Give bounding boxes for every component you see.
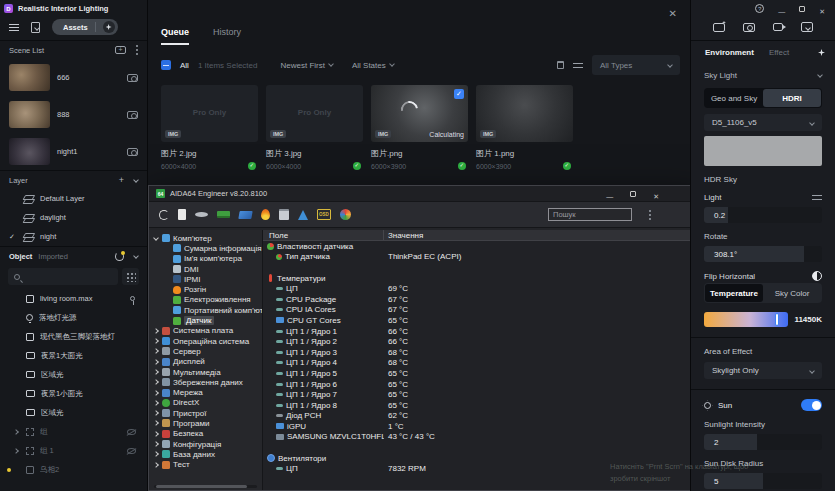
tab-queue[interactable]: Queue <box>161 27 189 45</box>
rotate-input[interactable]: 308.1° <box>704 246 822 262</box>
object-item[interactable]: 现代黑色三脚架落地灯 <box>0 327 147 346</box>
sensor-row[interactable]: iGPU 1 °C <box>263 421 703 432</box>
burn-in-icon[interactable] <box>261 209 270 220</box>
aida-tree-item[interactable]: Дисплей <box>149 357 262 367</box>
aida-menu-icon[interactable] <box>649 214 651 216</box>
sensor-row[interactable]: ЦП 1 / Ядро 5 65 °C <box>263 368 703 379</box>
collapse-object-icon[interactable] <box>133 253 139 259</box>
aida-tree-item[interactable]: Розгін <box>149 284 262 294</box>
render-queue-icon[interactable] <box>801 22 813 32</box>
pin-icon[interactable] <box>130 296 135 301</box>
tree-caret-icon[interactable] <box>153 410 159 416</box>
light-settings-icon[interactable] <box>812 194 822 201</box>
maximize-icon[interactable] <box>799 6 805 12</box>
column-field[interactable]: Поле <box>263 230 384 240</box>
sensor-icon[interactable] <box>340 209 351 220</box>
render-image-icon[interactable] <box>713 23 725 32</box>
filter-all-label[interactable]: All <box>180 61 189 70</box>
scene-thumbnail[interactable] <box>9 101 50 128</box>
benchmark-icon[interactable] <box>279 209 289 220</box>
object-search-input[interactable] <box>8 268 118 285</box>
visibility-off-icon[interactable] <box>127 448 136 454</box>
sensor-row[interactable]: Тип датчика ThinkPad EC (ACPI) <box>263 252 703 263</box>
sunlight-intensity-input[interactable]: 2 <box>704 434 822 450</box>
report-icon[interactable] <box>178 209 186 220</box>
storage-icon[interactable] <box>195 212 208 217</box>
aida-tree-item[interactable]: Комп'ютер <box>149 233 262 243</box>
aida-tree-item[interactable]: Тест <box>149 460 262 470</box>
scene-thumbnail[interactable] <box>9 138 50 165</box>
diagnostics-icon[interactable] <box>298 210 308 220</box>
render-card[interactable]: IMG Calculating 图片.png 6000×3900 <box>371 85 468 170</box>
close-icon[interactable]: ✕ <box>669 9 677 19</box>
osd-icon[interactable]: OSD <box>317 209 331 220</box>
sensor-row[interactable]: Діод PCH 62 °C <box>263 411 703 422</box>
geo-and-sky-option[interactable]: Geo and Sky <box>705 89 763 107</box>
scene-menu-icon[interactable] <box>136 49 138 51</box>
tree-caret-icon[interactable] <box>153 421 159 427</box>
tree-caret-icon[interactable] <box>153 338 159 344</box>
sensor-row[interactable]: ЦП 1 / Ядро 7 65 °C <box>263 389 703 400</box>
aida-tree-item[interactable]: Безпека <box>149 429 262 439</box>
camera-icon[interactable] <box>127 74 138 82</box>
card-preview[interactable]: IMG <box>476 85 573 142</box>
aida-search-input[interactable] <box>548 208 632 221</box>
sensor-row[interactable]: ЦП 1 / Ядро 6 65 °C <box>263 379 703 390</box>
menu-icon[interactable] <box>9 24 19 31</box>
card-preview[interactable]: Pro Only IMG <box>161 85 258 142</box>
temperature-slider[interactable] <box>704 312 788 327</box>
tree-caret-icon[interactable] <box>153 390 159 396</box>
sensor-row[interactable]: ЦП 69 °C <box>263 283 703 294</box>
aida-tree-item[interactable]: DirectX <box>149 398 262 408</box>
hdri-option[interactable]: HDRI <box>763 89 821 107</box>
sensor-row[interactable]: CPU IA Cores 67 °C <box>263 305 703 316</box>
card-preview[interactable]: IMG Calculating <box>371 85 468 142</box>
tree-caret-icon[interactable] <box>153 431 159 437</box>
minimize-icon[interactable] <box>778 0 785 18</box>
sky-light-section[interactable]: Sky Light <box>691 64 835 86</box>
close-icon[interactable] <box>819 0 825 18</box>
render-card[interactable]: Pro Only IMG 图片 3.jpg 6000×4000 <box>266 85 363 170</box>
select-all-checkbox[interactable] <box>161 60 171 70</box>
sync-icon[interactable] <box>115 252 124 261</box>
tree-caret-icon[interactable] <box>153 235 159 241</box>
sensor-row[interactable] <box>263 262 703 273</box>
object-item[interactable]: 夜景1大面光 <box>0 346 147 365</box>
camera-icon[interactable] <box>127 111 138 119</box>
object-item[interactable]: 组 <box>0 422 147 441</box>
grid-view-button[interactable] <box>122 268 139 285</box>
aida-tree-item[interactable]: Сумарна інформація <box>149 243 262 253</box>
slider-handle[interactable] <box>775 313 779 326</box>
tree-caret-icon[interactable] <box>153 452 159 458</box>
tree-scrollbar[interactable] <box>154 485 257 488</box>
aida-tree-item[interactable]: Електроживлення <box>149 295 262 305</box>
aida-tree-item[interactable]: Датчик <box>149 315 262 325</box>
tab-effect[interactable]: Effect <box>769 48 789 57</box>
layer-item[interactable]: ✓ Default Layer <box>0 189 147 208</box>
aida-tree-item[interactable]: Мережа <box>149 387 262 397</box>
tab-environment[interactable]: Environment <box>705 48 754 57</box>
sensor-row[interactable]: ЦП 1 / Ядро 1 66 °C <box>263 326 703 337</box>
aida-tree-item[interactable]: Програми <box>149 418 262 428</box>
sensor-row[interactable]: ЦП 1 / Ядро 8 65 °C <box>263 400 703 411</box>
hdri-file-dropdown[interactable]: D5_1106_v5 <box>704 114 822 131</box>
minimize-icon[interactable] <box>606 185 613 203</box>
sensor-row[interactable]: SAMSUNG MZVLC1T0HFLU-... 43 °C / 43 °C <box>263 432 703 443</box>
aida-tree-item[interactable]: База даних <box>149 449 262 459</box>
tree-caret-icon[interactable] <box>153 349 159 355</box>
hdri-preview[interactable] <box>704 136 822 166</box>
card-preview[interactable]: Pro Only IMG <box>266 85 363 142</box>
sky-color-option[interactable]: Sky Color <box>763 284 821 302</box>
aida-tree-item[interactable]: Конфігурація <box>149 439 262 449</box>
sun-disk-radius-input[interactable]: 5 <box>704 473 822 489</box>
sensor-row[interactable]: ЦП 7832 RPM <box>263 463 703 474</box>
sensor-row[interactable]: Температури <box>263 273 703 284</box>
close-icon[interactable] <box>653 185 659 203</box>
states-dropdown[interactable]: All States <box>352 61 394 70</box>
delete-icon[interactable] <box>557 61 564 69</box>
assets-button[interactable]: Assets <box>52 19 118 35</box>
aida-tree-item[interactable]: DMI <box>149 264 262 274</box>
scene-thumbnail[interactable] <box>9 64 50 91</box>
graphics-icon[interactable] <box>238 211 252 219</box>
camera-icon[interactable] <box>127 148 138 156</box>
